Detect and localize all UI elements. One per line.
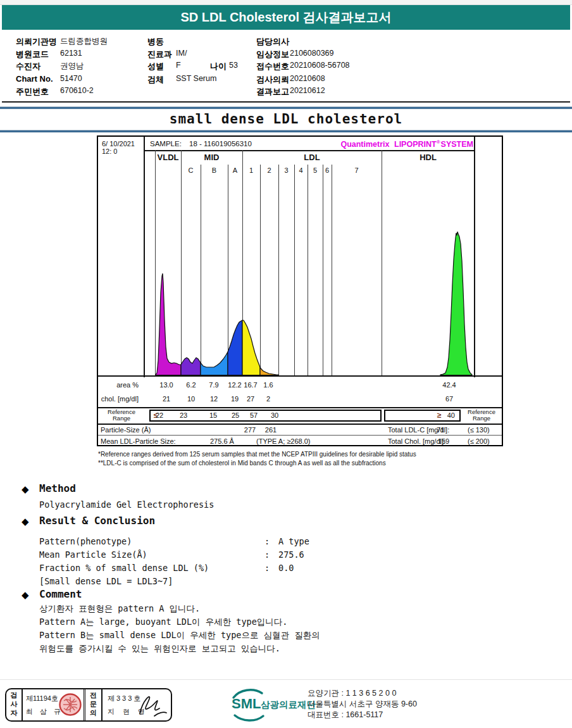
ref-box-hdl: ≥ 40 [384, 410, 461, 422]
report-title: SD LDL Cholesterol 검사결과보고서 [181, 10, 392, 24]
signature-box: 검사자 제11194호 최 삼 규 전문의 제333호 지 현 영 [5, 688, 172, 722]
band-reference: 30 [271, 411, 278, 419]
section-title: small dense LDL cholesterol [0, 111, 572, 127]
particle-size-ldl1: 277 [244, 426, 256, 434]
result-row-colon: : [264, 536, 270, 546]
particle-row-top-border [98, 424, 502, 425]
patient-field-value: 드림종합병원 [60, 36, 108, 47]
band-reference: 22 [156, 411, 163, 419]
patient-field-value: 20210608 [290, 74, 325, 83]
band-letter: 4 [299, 166, 302, 174]
chol-row-label: chol. [mg/dl] [98, 395, 139, 403]
band-chol: 19 [231, 395, 239, 403]
ref-box-main: ≤ 222315255730 [149, 410, 382, 422]
result-bullet-icon: ◆ [22, 516, 29, 527]
band-reference: 25 [232, 411, 239, 419]
examiner-role-cell: 검사자 [6, 689, 23, 720]
band-reference: 15 [209, 411, 217, 419]
comment-bullet-icon: ◆ [22, 589, 29, 601]
ge-symbol: ≥ [437, 411, 442, 420]
patient-field-value: SST Serum [176, 74, 216, 83]
band-group-label: LDL [304, 153, 320, 162]
band-chol: 67 [445, 395, 453, 403]
mean-particle-type: (TYPE A; ≥268.0) [256, 437, 311, 445]
total-chol-value: 159 [438, 437, 449, 445]
sample-label: SAMPLE: [150, 140, 182, 147]
examiner-license-no: 제11194호 [26, 694, 58, 703]
result-heading: Result & Conclusion [39, 515, 155, 527]
result-row-colon: : [264, 549, 270, 560]
chart-date: 6/ 10/2021 [102, 140, 135, 147]
footnote-line: *Reference ranges derived from 125 serum… [98, 451, 416, 458]
reference-range-label-right: Reference Range [463, 409, 500, 422]
result-row-value: A type [278, 536, 309, 546]
patient-field-label: 수진자 [16, 61, 40, 72]
top-strip [0, 0, 572, 5]
comment-line: 위험도를 증가시킬 수 있는 위험인자로 보고되고 있습니다. [39, 643, 280, 655]
band-chol: 21 [163, 395, 170, 403]
patient-field-label: 의뢰기관명 [16, 36, 57, 47]
total-chol-reference: (≤ 200) [468, 437, 490, 445]
hdl-reference-value: 40 [447, 411, 455, 419]
band-letter: 3 [284, 166, 288, 174]
total-chol-label: Total Chol. [mg/dl]: [388, 437, 445, 445]
method-bullet-icon: ◆ [22, 484, 29, 495]
band-reference: 57 [250, 411, 258, 419]
band-letter: 6 [325, 166, 329, 174]
band-area-pct: 1.6 [263, 381, 273, 389]
comment-line: 상기환자 표현형은 pattern A 입니다. [39, 603, 200, 615]
result-row-value: 275.6 [278, 549, 304, 560]
patient-field-label: Chart No. [16, 74, 53, 84]
report-header-band: SD LDL Cholesterol 검사결과보고서 [2, 5, 570, 30]
band-area-pct: 6.2 [186, 381, 196, 389]
gel-band-fill-mid-a [228, 320, 242, 375]
sample-value: 18 - 116019056310 [189, 140, 252, 147]
patient-field-label: 검사의뢰 [256, 74, 289, 85]
area-row-label: area % [98, 381, 139, 389]
gel-band-fill-hdl [440, 232, 472, 375]
band-group-label: HDL [420, 153, 437, 162]
patient-field-label: 접수번호 [256, 61, 289, 72]
patient-field-value: 2106080369 [290, 49, 334, 58]
lab-footer: SML 삼광의료재단 요양기관 : 1 1 3 6 5 2 0 0서울특별시 서… [229, 687, 571, 724]
lipoprint-brand: Quantimetrix LIPOPRINT®SYSTEM [310, 139, 473, 149]
specialist-role-cell: 전문의 [85, 689, 103, 720]
patient-field-label: 결과보고 [256, 86, 289, 97]
gel-band-fill-vldl [156, 273, 181, 375]
red-stamp-icon [58, 692, 83, 717]
gel-baseline [98, 375, 502, 377]
patient-field-label: 담당의사 [256, 36, 289, 47]
patient-field-value: 670610-2 [60, 86, 94, 95]
divider-blue-top [0, 106, 572, 110]
band-letter: 2 [267, 166, 271, 174]
band-area-pct: 13.0 [159, 381, 173, 389]
comment-line: Pattern A는 large, buoyant LDL이 우세한 type입… [39, 617, 287, 628]
patient-field-value: 51470 [60, 74, 82, 83]
patient-field-value: 권영남 [60, 61, 84, 72]
comment-line: Pattern B는 small dense LDL이 우세한 type으로 심… [39, 630, 320, 641]
examiner-cell: 제11194호 최 삼 규 [23, 689, 85, 720]
band-chol: 12 [210, 395, 218, 403]
result-row-label: [Small dense LDL = LDL3~7] [39, 576, 173, 586]
patient-field-label: 검체 [147, 74, 164, 85]
patient-field-value: 20210612 [290, 86, 325, 95]
band-letter: B [212, 166, 216, 174]
address-line: 서울특별시 서초구 양재동 9-60 [308, 699, 417, 710]
ref-row-top-border [98, 407, 502, 408]
footnote-line: **LDL-C is comprised of the sum of chole… [98, 460, 386, 467]
comment-heading: Comment [39, 588, 82, 600]
brand-quantimetrix: Quantimetrix [340, 140, 389, 149]
band-letter: 7 [354, 166, 358, 174]
patient-field-value: 62131 [60, 49, 82, 58]
band-reference: 23 [180, 411, 187, 419]
band-group-label: MID [204, 153, 220, 162]
band-group-label: VLDL [158, 153, 179, 162]
method-heading: Method [39, 482, 76, 494]
gel-band-fill-mid-b [201, 352, 228, 375]
band-area-pct: 42.4 [442, 381, 456, 389]
patient-field-label: 병동 [147, 36, 164, 47]
mean-particle-value: 275.6 Å [210, 437, 234, 445]
address-line: 대표번호 : 1661-5117 [308, 710, 383, 720]
patient-field-label: 주민번호 [16, 86, 49, 97]
result-row-colon: : [264, 563, 270, 573]
